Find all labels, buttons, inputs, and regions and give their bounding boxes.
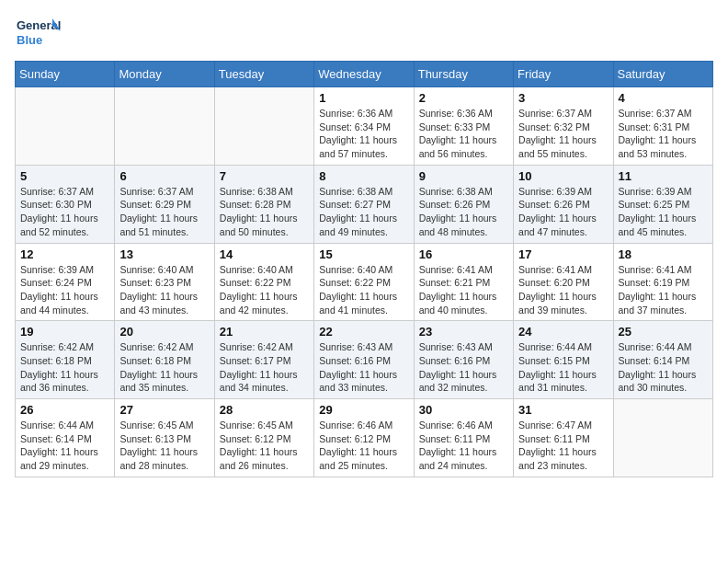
calendar-cell: 6Sunrise: 6:37 AMSunset: 6:29 PMDaylight…	[115, 165, 214, 243]
calendar-cell: 16Sunrise: 6:41 AMSunset: 6:21 PMDayligh…	[414, 243, 513, 321]
day-info: Sunrise: 6:37 AM	[20, 185, 109, 199]
day-info: Sunrise: 6:45 AM	[119, 419, 209, 432]
day-info: Daylight: 11 hours and 26 minutes.	[220, 445, 309, 472]
day-info: Sunrise: 6:41 AM	[518, 263, 608, 277]
day-info: Daylight: 11 hours and 41 minutes.	[319, 290, 408, 316]
day-info: Sunset: 6:16 PM	[319, 354, 408, 368]
calendar-cell: 26Sunrise: 6:44 AMSunset: 6:14 PMDayligh…	[16, 399, 115, 477]
day-info: Sunset: 6:11 PM	[419, 432, 508, 446]
day-info: Daylight: 11 hours and 34 minutes.	[220, 368, 309, 395]
day-info: Sunrise: 6:37 AM	[119, 185, 209, 199]
day-info: Sunset: 6:24 PM	[20, 276, 109, 290]
day-header-saturday: Saturday	[613, 62, 712, 87]
calendar-cell: 30Sunrise: 6:46 AMSunset: 6:11 PMDayligh…	[414, 399, 513, 477]
calendar-week-1: 1Sunrise: 6:36 AMSunset: 6:34 PMDaylight…	[16, 87, 713, 166]
day-header-sunday: Sunday	[16, 62, 115, 87]
day-header-tuesday: Tuesday	[214, 62, 313, 87]
day-number: 24	[518, 325, 608, 339]
day-info: Daylight: 11 hours and 52 minutes.	[20, 212, 109, 238]
day-info: Sunrise: 6:42 AM	[119, 340, 209, 354]
day-number: 15	[319, 247, 408, 261]
day-info: Sunset: 6:11 PM	[518, 432, 608, 446]
day-info: Daylight: 11 hours and 32 minutes.	[419, 368, 508, 395]
day-number: 3	[518, 91, 608, 105]
day-info: Sunset: 6:29 PM	[119, 198, 209, 212]
day-info: Sunrise: 6:37 AM	[619, 107, 708, 121]
day-info: Sunset: 6:32 PM	[518, 121, 608, 134]
day-info: Sunrise: 6:42 AM	[220, 340, 309, 354]
day-number: 26	[20, 403, 109, 417]
day-info: Sunrise: 6:40 AM	[319, 263, 408, 277]
day-info: Daylight: 11 hours and 25 minutes.	[319, 445, 408, 472]
day-info: Sunset: 6:26 PM	[419, 198, 508, 212]
calendar-cell: 4Sunrise: 6:37 AMSunset: 6:31 PMDaylight…	[613, 87, 712, 166]
day-info: Sunrise: 6:45 AM	[220, 419, 309, 432]
day-info: Daylight: 11 hours and 24 minutes.	[419, 445, 508, 472]
calendar-cell: 13Sunrise: 6:40 AMSunset: 6:23 PMDayligh…	[115, 243, 214, 321]
day-info: Daylight: 11 hours and 44 minutes.	[20, 290, 109, 316]
day-info: Sunrise: 6:46 AM	[419, 419, 508, 432]
day-number: 31	[518, 403, 608, 417]
day-number: 22	[319, 325, 408, 339]
page-header: General Blue	[15, 15, 713, 53]
day-info: Daylight: 11 hours and 49 minutes.	[319, 212, 408, 238]
day-info: Daylight: 11 hours and 36 minutes.	[20, 368, 109, 395]
calendar-cell: 21Sunrise: 6:42 AMSunset: 6:17 PMDayligh…	[214, 321, 313, 399]
day-number: 27	[119, 403, 209, 417]
day-info: Daylight: 11 hours and 51 minutes.	[119, 212, 209, 238]
calendar-cell: 20Sunrise: 6:42 AMSunset: 6:18 PMDayligh…	[115, 321, 214, 399]
day-number: 18	[619, 247, 708, 261]
day-header-friday: Friday	[514, 62, 613, 87]
day-number: 19	[20, 325, 109, 339]
day-info: Sunset: 6:22 PM	[220, 276, 309, 290]
calendar-cell: 12Sunrise: 6:39 AMSunset: 6:24 PMDayligh…	[16, 243, 115, 321]
day-info: Sunrise: 6:39 AM	[20, 263, 109, 277]
day-info: Sunrise: 6:44 AM	[20, 419, 109, 432]
calendar-cell: 7Sunrise: 6:38 AMSunset: 6:28 PMDaylight…	[214, 165, 313, 243]
day-number: 10	[518, 169, 608, 183]
day-info: Sunrise: 6:42 AM	[20, 340, 109, 354]
day-info: Sunset: 6:27 PM	[319, 198, 408, 212]
day-info: Sunset: 6:33 PM	[419, 121, 508, 134]
day-info: Sunrise: 6:46 AM	[319, 419, 408, 432]
day-number: 11	[619, 169, 708, 183]
calendar-cell	[115, 87, 214, 166]
day-header-monday: Monday	[115, 62, 214, 87]
day-info: Sunset: 6:23 PM	[119, 276, 209, 290]
day-info: Sunset: 6:22 PM	[319, 276, 408, 290]
day-info: Daylight: 11 hours and 47 minutes.	[518, 212, 608, 238]
day-info: Sunrise: 6:37 AM	[518, 107, 608, 121]
day-info: Sunrise: 6:41 AM	[419, 263, 508, 277]
calendar-cell: 29Sunrise: 6:46 AMSunset: 6:12 PMDayligh…	[314, 399, 414, 477]
calendar-cell	[613, 399, 712, 477]
calendar-week-4: 19Sunrise: 6:42 AMSunset: 6:18 PMDayligh…	[16, 321, 713, 399]
calendar-cell: 11Sunrise: 6:39 AMSunset: 6:25 PMDayligh…	[613, 165, 712, 243]
day-number: 7	[220, 169, 309, 183]
day-info: Daylight: 11 hours and 33 minutes.	[319, 368, 408, 395]
day-info: Daylight: 11 hours and 42 minutes.	[220, 290, 309, 316]
calendar-week-5: 26Sunrise: 6:44 AMSunset: 6:14 PMDayligh…	[16, 399, 713, 477]
day-info: Sunrise: 6:43 AM	[319, 340, 408, 354]
day-info: Daylight: 11 hours and 43 minutes.	[119, 290, 209, 316]
day-info: Daylight: 11 hours and 39 minutes.	[518, 290, 608, 316]
day-info: Sunrise: 6:44 AM	[619, 340, 708, 354]
calendar-cell: 19Sunrise: 6:42 AMSunset: 6:18 PMDayligh…	[16, 321, 115, 399]
day-info: Sunset: 6:20 PM	[518, 276, 608, 290]
day-info: Sunrise: 6:43 AM	[419, 340, 508, 354]
day-number: 12	[20, 247, 109, 261]
day-info: Sunset: 6:18 PM	[20, 354, 109, 368]
day-info: Daylight: 11 hours and 28 minutes.	[119, 445, 209, 472]
day-number: 8	[319, 169, 408, 183]
day-info: Sunset: 6:14 PM	[619, 354, 708, 368]
day-info: Sunset: 6:13 PM	[119, 432, 209, 446]
calendar-cell: 28Sunrise: 6:45 AMSunset: 6:12 PMDayligh…	[214, 399, 313, 477]
svg-text:Blue: Blue	[17, 33, 42, 47]
day-info: Sunset: 6:16 PM	[419, 354, 508, 368]
day-info: Daylight: 11 hours and 48 minutes.	[419, 212, 508, 238]
day-number: 1	[319, 91, 408, 105]
day-info: Daylight: 11 hours and 45 minutes.	[619, 212, 708, 238]
calendar-cell: 18Sunrise: 6:41 AMSunset: 6:19 PMDayligh…	[613, 243, 712, 321]
calendar-cell	[16, 87, 115, 166]
day-info: Sunset: 6:12 PM	[319, 432, 408, 446]
day-number: 16	[419, 247, 508, 261]
